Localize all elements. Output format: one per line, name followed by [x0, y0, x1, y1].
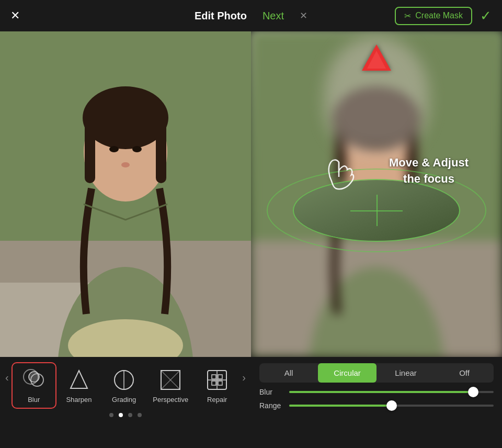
tool-blur[interactable]: Blur: [12, 362, 56, 409]
svg-point-9: [109, 146, 119, 152]
tools-row: ‹ Blur Sharpen: [0, 362, 251, 409]
header-center: Edit Photo Next ✕: [195, 10, 307, 22]
svg-line-28: [161, 371, 170, 380]
svg-point-11: [121, 162, 130, 167]
tool-repair[interactable]: Repair: [195, 362, 239, 409]
header-right: ✂ Create Mask ✓: [395, 7, 492, 25]
tools-panel-left: ‹ Blur Sharpen: [0, 357, 251, 448]
dot-4[interactable]: [138, 413, 142, 417]
grading-label: Grading: [112, 396, 136, 404]
blur-icon: [21, 367, 47, 393]
gesture-svg: [321, 155, 355, 192]
crosshair-vertical: [376, 195, 378, 226]
original-photo-svg: [0, 31, 251, 357]
svg-point-23: [29, 372, 39, 382]
instruction-subtitle: the focus: [389, 171, 469, 187]
perspective-icon-svg: [159, 368, 182, 391]
dot-1[interactable]: [109, 413, 113, 417]
header: ✕ Edit Photo Next ✕ ✂ Create Mask ✓: [0, 0, 502, 31]
instruction-overlay: Move & Adjust the focus: [389, 155, 469, 187]
range-slider-row: Range: [259, 401, 494, 410]
tab-linear[interactable]: Linear: [376, 363, 435, 383]
svg-rect-7: [85, 120, 95, 183]
blur-slider-track[interactable]: [289, 391, 494, 393]
page-dots: [109, 413, 142, 417]
tool-grading[interactable]: Grading: [101, 362, 146, 409]
image-area: Move & Adjust the focus: [0, 31, 502, 357]
range-slider-fill: [289, 405, 392, 407]
svg-line-29: [170, 371, 180, 380]
gesture-icon: [321, 155, 355, 192]
dot-2[interactable]: [119, 413, 123, 417]
tools-prev-arrow[interactable]: ‹: [5, 362, 12, 384]
tab-circular[interactable]: Circular: [318, 363, 376, 383]
range-slider-track[interactable]: [289, 405, 494, 407]
blur-slider-label: Blur: [259, 388, 283, 396]
repair-icon-svg: [206, 368, 229, 391]
direction-arrow-up: [362, 44, 391, 71]
mask-icon: ✂: [404, 11, 411, 21]
blur-label: Blur: [28, 396, 40, 404]
instruction-title: Move & Adjust: [389, 155, 469, 171]
header-left: ✕: [10, 10, 20, 21]
perspective-icon: [158, 367, 183, 393]
svg-line-30: [161, 380, 170, 389]
svg-point-6: [83, 86, 168, 149]
sharpen-label: Sharpen: [66, 396, 92, 404]
sharpen-icon: [66, 367, 92, 393]
repair-icon: [204, 367, 230, 393]
svg-rect-37: [212, 381, 216, 385]
create-mask-button[interactable]: ✂ Create Mask: [395, 7, 472, 25]
tool-perspective[interactable]: Perspective: [146, 362, 195, 409]
svg-rect-8: [156, 120, 166, 183]
grading-icon: [111, 367, 136, 393]
blur-slider-thumb[interactable]: [468, 387, 478, 397]
svg-rect-38: [218, 381, 222, 385]
grading-icon-svg: [112, 368, 135, 391]
blur-slider-fill: [289, 391, 473, 393]
page-title: Edit Photo: [195, 10, 247, 22]
svg-marker-24: [71, 371, 87, 388]
edited-photo[interactable]: Move & Adjust the focus: [251, 31, 502, 357]
perspective-label: Perspective: [153, 396, 188, 404]
range-slider-label: Range: [259, 401, 283, 410]
sharpen-icon-svg: [69, 368, 89, 391]
blur-slider-row: Blur: [259, 388, 494, 396]
svg-line-31: [170, 380, 180, 389]
bottom-toolbar: ‹ Blur Sharpen: [0, 357, 502, 448]
blur-icon-svg: [22, 368, 45, 391]
next-close-button[interactable]: ✕: [300, 10, 307, 21]
range-slider-thumb[interactable]: [386, 400, 397, 411]
tab-off[interactable]: Off: [435, 363, 494, 383]
tool-sharpen[interactable]: Sharpen: [56, 362, 101, 409]
tools-panel-right: All Circular Linear Off Blur Range: [251, 357, 502, 448]
svg-rect-36: [218, 375, 222, 379]
original-photo: [0, 31, 251, 357]
confirm-button[interactable]: ✓: [480, 8, 492, 24]
repair-label: Repair: [207, 396, 227, 404]
blur-type-tabs: All Circular Linear Off: [259, 363, 494, 383]
svg-rect-35: [212, 375, 216, 379]
original-photo-bg: [0, 31, 251, 357]
tab-all[interactable]: All: [259, 363, 318, 383]
dot-3[interactable]: [128, 413, 132, 417]
close-button[interactable]: ✕: [10, 10, 20, 21]
next-button[interactable]: Next: [263, 10, 284, 22]
svg-point-10: [132, 146, 142, 152]
tools-next-arrow[interactable]: ›: [239, 362, 246, 384]
create-mask-label: Create Mask: [415, 11, 463, 20]
